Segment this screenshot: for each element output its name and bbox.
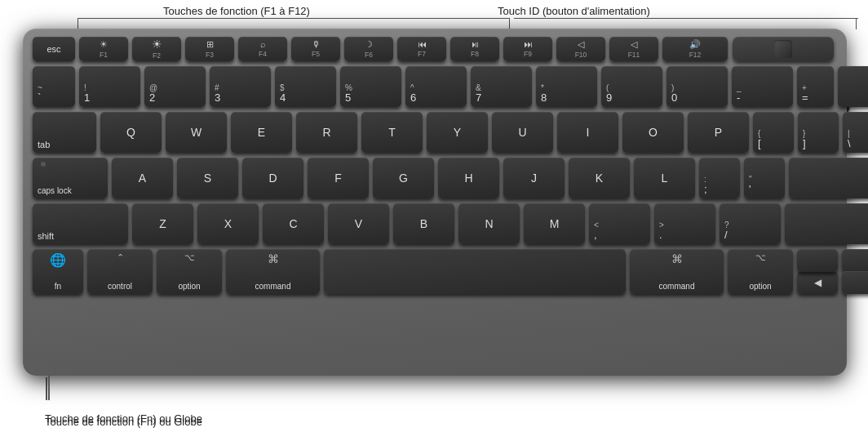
key-command-left[interactable]: ⌘ command [226,249,320,294]
key-quote[interactable]: " ' [744,158,785,198]
key-arrow-right[interactable] [797,249,838,272]
key-semicolon[interactable]: : ; [699,158,740,198]
key-l[interactable]: L [634,158,695,198]
key-q[interactable]: Q [100,112,162,153]
key-x[interactable]: X [197,203,259,244]
key-slash[interactable]: ? / [720,203,781,244]
key-f1[interactable]: ☀ F1 [79,37,128,61]
key-f11[interactable]: ◁ F11 [609,37,658,61]
key-minus-bot: - [737,92,740,104]
key-s[interactable]: S [177,158,238,198]
key-f12[interactable]: 🔊 F12 [662,37,728,61]
key-option-left[interactable]: ⌥ option [157,249,222,294]
key-space[interactable] [324,249,626,294]
key-t[interactable]: T [361,112,423,153]
key-f[interactable]: F [308,158,369,198]
key-f10[interactable]: ◁ F10 [556,37,605,61]
key-5[interactable]: % 5 [340,66,401,107]
key-backtick[interactable]: ~ ` [33,66,75,107]
key-j-label: J [531,172,537,185]
key-u[interactable]: U [492,112,553,153]
key-p[interactable]: P [688,112,749,153]
key-command-right-label: command [659,282,695,291]
key-h[interactable]: H [438,158,499,198]
key-m[interactable]: M [524,203,585,244]
key-w[interactable]: W [166,112,227,153]
key-z[interactable]: Z [132,203,193,244]
key-2[interactable]: @ 2 [144,66,206,107]
key-1[interactable]: ! 1 [79,66,140,107]
key-f9[interactable]: ⏭ F9 [503,37,552,61]
key-f6[interactable]: ☽ F6 [344,37,393,61]
key-v[interactable]: V [328,203,389,244]
key-shift-left[interactable]: shift [33,203,128,244]
label-touch-id: Touch ID (bouton d'alimentation) [498,5,650,17]
key-r-label: R [322,126,330,139]
key-f8[interactable]: ⏯ F8 [450,37,499,61]
bracket-fn [78,18,510,29]
key-f2[interactable]: ☀ F2 [132,37,181,61]
key-command-right[interactable]: ⌘ command [630,249,724,294]
key-f8-icon: ⏯ [471,39,480,49]
key-j[interactable]: J [503,158,565,198]
key-x-label: X [224,217,232,230]
key-f5[interactable]: 🎙 F5 [291,37,340,61]
key-f4[interactable]: ⌕ F4 [238,37,287,61]
key-p-label: P [715,126,722,139]
key-e[interactable]: E [231,112,292,153]
key-f9-icon: ⏭ [524,39,533,49]
key-bracket-open[interactable]: { [ [753,112,794,153]
key-i[interactable]: I [557,112,618,153]
key-capslock[interactable]: caps lock [33,158,108,198]
key-3[interactable]: # 3 [210,66,271,107]
key-backslash[interactable]: | \ [843,112,868,153]
key-a[interactable]: A [112,158,173,198]
key-arrow-up[interactable]: ▲ [842,249,868,272]
key-7-bot: 7 [476,92,481,104]
key-d[interactable]: D [242,158,303,198]
key-o-label: O [649,126,658,139]
key-g[interactable]: G [373,158,434,198]
key-tab[interactable]: tab [33,112,96,153]
key-g-label: G [399,172,408,185]
key-equal[interactable]: + = [797,66,834,107]
key-q-label: Q [126,126,135,139]
key-n[interactable]: N [458,203,520,244]
key-b[interactable]: B [393,203,454,244]
key-k[interactable]: K [569,158,630,198]
key-o[interactable]: O [622,112,684,153]
key-6[interactable]: ^ 6 [405,66,467,107]
key-period-bot: . [659,229,662,241]
key-comma[interactable]: < , [589,203,650,244]
key-bracket-close[interactable]: } ] [798,112,839,153]
key-period[interactable]: > . [654,203,715,244]
key-9[interactable]: ( 9 [601,66,662,107]
key-minus[interactable]: _ - [732,66,793,107]
key-0-bot: 0 [671,92,677,104]
key-7[interactable]: & 7 [471,66,532,107]
key-return[interactable]: return [789,158,868,198]
key-f3[interactable]: ⊞ F3 [185,37,234,61]
bracket-tid [832,18,857,29]
key-arrow-left[interactable]: ◀ [797,271,838,294]
key-c[interactable]: C [263,203,324,244]
key-f12-icon: 🔊 [689,39,701,50]
key-shift-right[interactable]: shift [785,203,868,244]
key-y[interactable]: Y [427,112,488,153]
key-0[interactable]: ) 0 [666,66,728,107]
key-e-label: E [258,126,265,139]
key-option-right[interactable]: ⌥ option [728,249,793,294]
key-4[interactable]: $ 4 [275,66,336,107]
key-fn[interactable]: 🌐 fn [33,249,83,294]
key-esc[interactable]: esc [33,37,75,61]
key-arrow-left-icon: ◀ [814,277,822,288]
key-touch-id[interactable] [733,37,834,61]
key-arrow-down[interactable]: ▼ [842,271,868,294]
key-f7[interactable]: ⏮ F7 [397,37,446,61]
key-8[interactable]: * 8 [536,66,597,107]
key-r[interactable]: R [296,112,357,153]
key-i-label: I [587,126,590,139]
key-semicolon-bot: ; [704,184,707,195]
key-delete[interactable]: delete [838,66,868,107]
key-control-left[interactable]: ⌃ control [87,249,153,294]
